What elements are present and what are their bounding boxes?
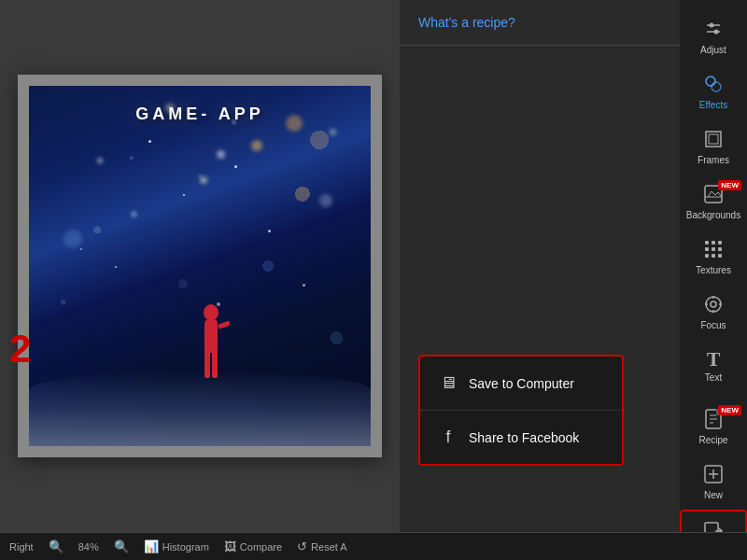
frames-label: Frames [698,155,729,165]
reset-item[interactable]: ↺ Reset A [297,539,347,553]
zoom-in-icon: 🔍 [114,539,129,553]
reset-label: Reset A [311,541,347,553]
svg-point-6 [710,23,714,28]
facebook-icon: f [439,427,458,447]
effects-icon [703,74,724,97]
sidebar-item-recipe[interactable]: NEW Recipe [680,399,747,455]
recipe-link[interactable]: What's a recipe? [418,15,515,30]
compare-item[interactable]: 🖼 Compare [224,539,282,553]
svg-rect-15 [705,241,709,245]
text-icon: T [707,349,721,370]
monitor-icon: 🖥 [439,373,458,393]
focus-label: Focus [700,320,726,330]
sidebar-item-backgrounds[interactable]: NEW Backgrounds [680,175,747,230]
svg-point-9 [706,77,715,86]
svg-rect-1 [204,320,218,353]
sidebar-item-focus[interactable]: Focus [680,285,747,340]
save-to-computer-button[interactable]: 🖥 Save to Computer [420,357,622,411]
svg-point-24 [706,297,721,312]
backgrounds-label: Backgrounds [686,210,740,220]
canvas-area: GAME- APP 2 [0,0,400,532]
export-icon [703,521,724,532]
step-2-badge: 2 [9,327,31,371]
frames-icon [703,129,724,152]
svg-point-0 [204,304,218,321]
photo-frame: GAME- APP [18,75,382,457]
sidebar-item-effects[interactable]: Effects [680,64,747,119]
sidebar-item-frames[interactable]: Frames [680,119,747,175]
recipe-header: What's a recipe? [400,0,680,46]
zoom-out-icon: 🔍 [49,539,63,553]
zoom-out-item[interactable]: 🔍 [49,539,63,553]
svg-rect-20 [718,247,722,251]
svg-rect-22 [712,254,715,258]
svg-rect-19 [712,247,715,251]
save-to-computer-label: Save to Computer [469,376,574,391]
zoom-level-label: 84% [78,541,99,553]
svg-rect-16 [712,241,715,245]
sidebar-item-export[interactable]: Export 1 [680,510,747,532]
svg-point-25 [711,301,716,307]
sidebar-item-adjust[interactable]: Adjust [680,9,747,64]
svg-point-8 [714,30,719,35]
svg-rect-21 [705,254,709,258]
compare-label: Compare [240,541,282,553]
share-to-facebook-label: Share to Facebook [469,430,579,445]
backgrounds-new-badge: NEW [718,180,741,190]
textures-label: Textures [696,265,731,275]
compare-icon: 🖼 [224,539,236,553]
sidebar-icons: Adjust Effects Frames NEW [680,0,747,532]
main-area: GAME- APP 2 [0,0,747,532]
recipe-new-badge: NEW [718,405,741,415]
textures-icon [703,239,724,262]
svg-rect-23 [718,254,722,258]
adjust-icon [703,19,724,42]
zoom-in-item[interactable]: 🔍 [114,539,129,553]
svg-rect-18 [705,247,709,251]
svg-point-10 [712,82,721,91]
svg-rect-4 [218,321,230,329]
histogram-label: Histogram [162,541,209,553]
effects-label: Effects [699,100,727,110]
sidebar-item-textures[interactable]: Textures [680,230,747,285]
sidebar-item-new[interactable]: New [680,455,747,510]
export-popup: 🖥 Save to Computer f Share to Facebook [418,355,624,466]
svg-rect-11 [706,132,721,147]
reset-icon: ↺ [297,539,307,553]
status-bar: Right 🔍 84% 🔍 📊 Histogram 🖼 Compare ↺ Re… [0,532,747,560]
adjust-label: Adjust [700,45,726,55]
right-panel: What's a recipe? 🖥 Save to Computer f Sh… [400,0,680,532]
new-label: New [704,490,723,500]
view-mode-label: Right [9,541,34,553]
svg-rect-17 [718,241,722,245]
focus-icon [703,294,724,317]
view-mode-item[interactable]: Right [9,541,34,553]
histogram-item[interactable]: 📊 Histogram [144,539,209,553]
text-label: Text [705,372,722,383]
new-icon [703,464,724,487]
svg-rect-12 [709,134,718,144]
photo-inner: GAME- APP [29,86,371,446]
zoom-level-item: 84% [78,541,99,553]
share-to-facebook-button[interactable]: f Share to Facebook [420,411,622,464]
recipe-label: Recipe [698,435,727,445]
sidebar-item-text[interactable]: T Text [680,340,747,392]
snow-ground [29,371,371,446]
photo-title: GAME- APP [29,105,371,124]
histogram-icon: 📊 [144,539,159,553]
